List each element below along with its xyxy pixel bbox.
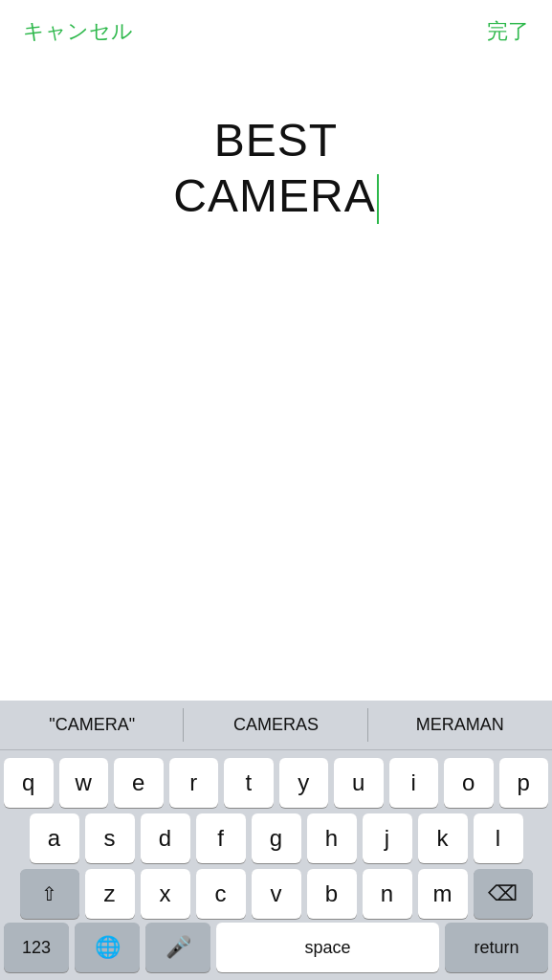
key-u[interactable]: u xyxy=(334,758,384,808)
key-t[interactable]: t xyxy=(224,758,274,808)
key-c[interactable]: c xyxy=(196,869,246,919)
numbers-key[interactable]: 123 xyxy=(4,923,69,972)
autocomplete-item-0[interactable]: "CAMERA" xyxy=(0,701,184,749)
cancel-button[interactable]: キャンセル xyxy=(23,17,133,46)
key-p[interactable]: p xyxy=(499,758,549,808)
key-r[interactable]: r xyxy=(169,758,219,808)
key-q[interactable]: q xyxy=(4,758,54,808)
key-w[interactable]: w xyxy=(59,758,109,808)
keyboard-row-2: a s d f g h j k l xyxy=(4,813,548,863)
key-k[interactable]: k xyxy=(418,813,468,863)
key-z[interactable]: z xyxy=(85,869,135,919)
done-button[interactable]: 完了 xyxy=(487,17,529,46)
key-s[interactable]: s xyxy=(85,813,135,863)
key-i[interactable]: i xyxy=(389,758,439,808)
key-e[interactable]: e xyxy=(114,758,164,808)
globe-icon: 🌐 xyxy=(95,935,121,960)
text-area: BEST CAMERA xyxy=(0,56,552,701)
key-y[interactable]: y xyxy=(279,758,329,808)
backspace-key[interactable]: ⌫ xyxy=(474,869,533,919)
text-line-1: BEST xyxy=(173,113,378,168)
key-f[interactable]: f xyxy=(196,813,246,863)
key-o[interactable]: o xyxy=(444,758,494,808)
autocomplete-item-1[interactable]: CAMERAS xyxy=(184,701,367,749)
mic-key[interactable]: 🎤 xyxy=(145,923,210,972)
shift-icon: ⇧ xyxy=(41,882,57,905)
keyboard-bottom-row: 123 🌐 🎤 space return xyxy=(0,923,552,980)
editable-text[interactable]: BEST CAMERA xyxy=(173,113,378,224)
key-n[interactable]: n xyxy=(363,869,412,919)
key-a[interactable]: a xyxy=(30,813,79,863)
globe-key[interactable]: 🌐 xyxy=(75,923,140,972)
text-cursor xyxy=(377,174,379,224)
mic-icon: 🎤 xyxy=(166,935,191,960)
key-h[interactable]: h xyxy=(307,813,357,863)
top-bar: キャンセル 完了 xyxy=(0,0,552,56)
key-x[interactable]: x xyxy=(141,869,190,919)
key-b[interactable]: b xyxy=(307,869,357,919)
key-g[interactable]: g xyxy=(252,813,301,863)
autocomplete-bar: "CAMERA" CAMERAS MERAMAN xyxy=(0,701,552,750)
key-m[interactable]: m xyxy=(418,869,468,919)
shift-key[interactable]: ⇧ xyxy=(20,869,79,919)
keyboard-row-3: ⇧ z x c v b n m ⌫ xyxy=(4,869,548,919)
space-key[interactable]: space xyxy=(216,923,439,972)
backspace-icon: ⌫ xyxy=(488,881,518,906)
keyboard: "CAMERA" CAMERAS MERAMAN q w e r t y u i… xyxy=(0,701,552,980)
keys-area: q w e r t y u i o p a s d f g h j k l ⇧ xyxy=(0,750,552,923)
key-l[interactable]: l xyxy=(474,813,523,863)
key-j[interactable]: j xyxy=(363,813,412,863)
keyboard-row-1: q w e r t y u i o p xyxy=(4,758,548,808)
key-v[interactable]: v xyxy=(252,869,301,919)
return-key[interactable]: return xyxy=(445,923,548,972)
autocomplete-item-2[interactable]: MERAMAN xyxy=(368,701,552,749)
key-d[interactable]: d xyxy=(141,813,190,863)
text-line-2: CAMERA xyxy=(173,168,378,224)
